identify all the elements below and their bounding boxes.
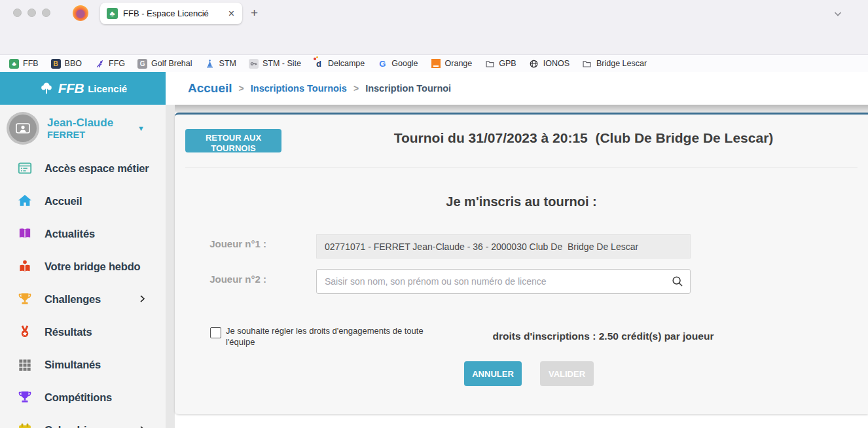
bookmark-folder-bridge-lescar[interactable]: Bridge Lescar [582,58,647,69]
section-title: Je m'inscris au tournoi : [175,194,868,209]
player1-label: Joueur n°1 : [185,238,266,249]
tab-close-icon[interactable]: × [227,8,236,20]
divider [185,168,858,168]
zoom-window-button[interactable] [42,9,50,17]
sidebar-item-competitions[interactable]: Compétitions [0,381,166,414]
bookmark-ffb[interactable]: ♣ FFB [9,59,39,69]
minimize-window-button[interactable] [27,9,36,17]
player1-field [316,234,691,259]
breadcrumb-inscription-tournoi: Inscription Tournoi [365,83,451,94]
pay-for-team-checkbox[interactable] [210,327,221,338]
sidebar-item-simultanes[interactable]: Simultanés [0,348,166,381]
page: FFB Licencié Jean-Claude FERRET ▼ [0,72,868,428]
chevron-right-icon [137,425,147,428]
cancel-button[interactable]: ANNULER [464,361,522,386]
breadcrumb-accueil[interactable]: Accueil [188,81,232,96]
chevron-right-icon [137,294,147,306]
sidebar-brand[interactable]: FFB Licencié [0,72,166,105]
bookmark-label: Delcampe [328,59,365,68]
g-letter-icon: G [137,59,147,69]
bookmark-bbo[interactable]: B BBO [51,59,82,69]
window-list-icon [16,160,33,177]
breadcrumb-separator: > [353,83,359,94]
calendar-icon [16,421,33,428]
sidebar-item-label: Challenges [45,293,101,306]
bookmark-golf-brehal[interactable]: G Golf Brehal [137,59,192,69]
bookmark-ffg[interactable]: FFG [94,58,125,69]
validate-button[interactable]: VALIDER [540,361,594,386]
open-book-icon [16,225,33,242]
bookmark-delcampe[interactable]: d Delcampe [314,58,365,69]
tournament-title: Tournoi du 31/07/2023 à 20:15 (Club De B… [306,130,861,146]
orange-square-icon [431,58,441,69]
sidebar-item-votre-bridge-hebdo[interactable]: Votre bridge hebdo [0,250,166,283]
content-gutter [166,105,175,428]
ffb-tree-icon [39,80,54,96]
sidebar-item-label: Accueil [45,195,82,207]
brand-ffb-text: FFB [58,80,84,96]
sidebar-item-label: Résultats [45,326,92,338]
google-g-icon: G [377,58,388,69]
folder-icon [484,58,495,69]
bookmark-label: BBO [65,59,82,68]
bookmark-ionos[interactable]: IONOS [529,58,570,69]
bookmark-label: Google [391,59,418,68]
sidebar-item-challenges[interactable]: Challenges [0,283,166,315]
sidebar-item-acces-espace-metier[interactable]: Accès espace métier [0,152,166,185]
header-shadow [175,105,868,113]
bookmark-google[interactable]: G Google [377,58,418,69]
key-icon [249,59,259,69]
bookmark-label: IONOS [543,59,570,68]
bookmark-label: STM [219,59,236,68]
d-letter-icon: d [314,58,324,69]
beacon-icon [205,58,215,69]
sidebar-item-label: Votre bridge hebdo [45,260,140,273]
list-all-tabs-icon[interactable] [833,9,843,22]
tab-title: FFB - Espace Licencié [123,9,222,18]
back-to-tournaments-button[interactable]: RETOUR AUX TOURNOIS [185,129,281,152]
player2-search-input[interactable] [316,269,691,294]
golfer-icon [94,58,105,69]
reader-icon [16,258,33,275]
bookmark-label: FFG [109,59,125,68]
avatar [7,112,39,145]
club-green-icon: ♣ [9,59,19,69]
bookmarks-bar: ♣ FFB B BBO FFG G Golf Brehal STM [0,54,868,72]
user-dropdown-caret-icon[interactable]: ▼ [137,124,145,132]
close-window-button[interactable] [13,9,22,17]
sidebar-item-label: Calendrier [45,424,97,428]
trophy-icon [16,389,33,406]
bookmark-stm-site[interactable]: STM - Site [249,59,301,69]
bookmark-label: Golf Brehal [151,59,192,68]
bookmark-label: Bridge Lescar [596,59,647,68]
sidebar-item-resultats[interactable]: Résultats [0,315,166,348]
sidebar-menu: Accès espace métier Accueil Actualités [0,152,166,428]
window-controls[interactable] [13,9,50,17]
pay-for-team-label[interactable]: Je souhaite régler les droits d'engageme… [226,325,439,348]
sidebar-item-actualites[interactable]: Actualités [0,217,166,250]
sidebar-item-label: Actualités [45,228,95,240]
player2-label: Joueur n°2 : [185,274,266,285]
bookmark-label: FFB [23,59,39,68]
grid-icon [16,356,33,373]
breadcrumb-separator: > [239,83,244,94]
navigation-bar: ← → https://licencie.ffbridge.fr/#/tourn… [0,26,868,54]
home-icon [16,192,33,209]
tab-ffb-espace-licencie[interactable]: ♣ FFB - Espace Licencié × [100,3,242,24]
sidebar-item-label: Accès espace métier [45,162,149,175]
new-tab-button[interactable]: + [251,6,258,20]
bookmark-orange[interactable]: Orange [431,58,473,69]
bookmark-stm[interactable]: STM [205,58,236,69]
sidebar-item-calendrier[interactable]: Calendrier [0,414,166,428]
firefox-icon [73,5,88,21]
bookmark-label: Orange [445,59,473,68]
sidebar-item-accueil[interactable]: Accueil [0,185,166,217]
user-menu[interactable]: Jean-Claude FERRET ▼ [0,105,166,152]
breadcrumb-inscriptions-tournois[interactable]: Inscriptions Tournois [251,83,347,94]
trophy-icon [16,291,33,308]
search-icon[interactable] [671,275,684,291]
medal-icon [16,323,33,340]
bookmark-folder-gpb[interactable]: GPB [484,58,516,69]
bookmark-label: STM - Site [262,59,301,68]
user-first-name: Jean-Claude [47,116,113,130]
